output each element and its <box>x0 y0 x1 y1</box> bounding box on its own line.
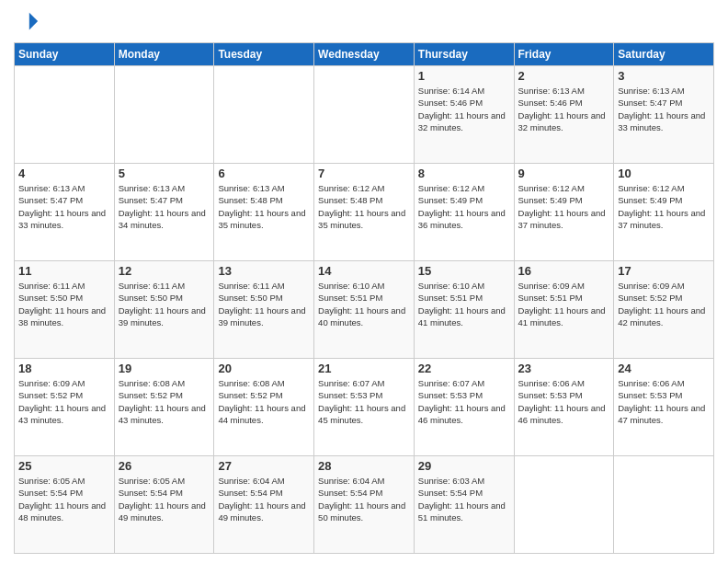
logo <box>14 9 43 35</box>
day-info: Sunrise: 6:07 AMSunset: 5:53 PMDaylight:… <box>418 377 510 426</box>
day-info: Sunrise: 6:05 AMSunset: 5:54 PMDaylight:… <box>119 475 210 523</box>
calendar-cell: 18Sunrise: 6:09 AMSunset: 5:52 PMDayligh… <box>15 359 115 456</box>
calendar-cell <box>214 66 314 164</box>
day-number: 12 <box>119 264 210 278</box>
day-info: Sunrise: 6:09 AMSunset: 5:52 PMDaylight:… <box>18 377 110 426</box>
week-row-3: 11Sunrise: 6:11 AMSunset: 5:50 PMDayligh… <box>15 261 714 359</box>
calendar-cell: 12Sunrise: 6:11 AMSunset: 5:50 PMDayligh… <box>114 261 214 359</box>
day-info: Sunrise: 6:12 AMSunset: 5:48 PMDaylight:… <box>318 182 410 231</box>
day-info: Sunrise: 6:08 AMSunset: 5:52 PMDaylight:… <box>218 377 310 426</box>
day-number: 8 <box>418 167 510 180</box>
day-info: Sunrise: 6:12 AMSunset: 5:49 PMDaylight:… <box>418 182 510 231</box>
day-info: Sunrise: 6:11 AMSunset: 5:50 PMDaylight:… <box>18 280 110 328</box>
weekday-header-wednesday: Wednesday <box>314 43 415 66</box>
calendar-cell: 23Sunrise: 6:06 AMSunset: 5:53 PMDayligh… <box>514 359 614 456</box>
calendar-cell: 17Sunrise: 6:09 AMSunset: 5:52 PMDayligh… <box>614 261 714 359</box>
day-number: 6 <box>218 167 310 180</box>
day-info: Sunrise: 6:13 AMSunset: 5:48 PMDaylight:… <box>218 182 310 231</box>
calendar-cell: 8Sunrise: 6:12 AMSunset: 5:49 PMDaylight… <box>414 164 514 261</box>
day-number: 3 <box>618 69 710 83</box>
calendar-cell: 21Sunrise: 6:07 AMSunset: 5:53 PMDayligh… <box>314 359 415 456</box>
calendar-cell: 22Sunrise: 6:07 AMSunset: 5:53 PMDayligh… <box>414 359 514 456</box>
calendar-table: SundayMondayTuesdayWednesdayThursdayFrid… <box>14 42 714 554</box>
calendar-cell: 29Sunrise: 6:03 AMSunset: 5:54 PMDayligh… <box>414 456 514 554</box>
day-number: 23 <box>518 362 610 375</box>
calendar-cell: 4Sunrise: 6:13 AMSunset: 5:47 PMDaylight… <box>15 164 115 261</box>
calendar-cell: 20Sunrise: 6:08 AMSunset: 5:52 PMDayligh… <box>214 359 314 456</box>
day-number: 28 <box>318 459 410 473</box>
calendar-cell <box>614 456 714 554</box>
day-number: 20 <box>218 362 310 375</box>
calendar-cell: 13Sunrise: 6:11 AMSunset: 5:50 PMDayligh… <box>214 261 314 359</box>
day-info: Sunrise: 6:10 AMSunset: 5:51 PMDaylight:… <box>418 280 510 328</box>
calendar-cell: 11Sunrise: 6:11 AMSunset: 5:50 PMDayligh… <box>15 261 115 359</box>
day-number: 7 <box>318 167 410 180</box>
day-info: Sunrise: 6:13 AMSunset: 5:47 PMDaylight:… <box>618 85 710 133</box>
calendar-cell <box>514 456 614 554</box>
day-number: 19 <box>119 362 210 375</box>
day-info: Sunrise: 6:13 AMSunset: 5:47 PMDaylight:… <box>119 182 210 231</box>
day-number: 11 <box>18 264 110 278</box>
day-info: Sunrise: 6:11 AMSunset: 5:50 PMDaylight:… <box>119 280 210 328</box>
day-number: 14 <box>318 264 410 278</box>
day-info: Sunrise: 6:06 AMSunset: 5:53 PMDaylight:… <box>518 377 610 426</box>
page: SundayMondayTuesdayWednesdayThursdayFrid… <box>0 0 728 563</box>
day-number: 5 <box>119 167 210 180</box>
day-info: Sunrise: 6:13 AMSunset: 5:46 PMDaylight:… <box>518 85 610 133</box>
day-info: Sunrise: 6:04 AMSunset: 5:54 PMDaylight:… <box>218 475 310 523</box>
day-info: Sunrise: 6:05 AMSunset: 5:54 PMDaylight:… <box>18 475 110 523</box>
day-number: 18 <box>18 362 110 375</box>
calendar-cell: 9Sunrise: 6:12 AMSunset: 5:49 PMDaylight… <box>514 164 614 261</box>
day-info: Sunrise: 6:12 AMSunset: 5:49 PMDaylight:… <box>518 182 610 231</box>
calendar-cell: 16Sunrise: 6:09 AMSunset: 5:51 PMDayligh… <box>514 261 614 359</box>
day-number: 29 <box>418 459 510 473</box>
calendar-cell: 5Sunrise: 6:13 AMSunset: 5:47 PMDaylight… <box>114 164 214 261</box>
header <box>14 9 714 35</box>
day-info: Sunrise: 6:12 AMSunset: 5:49 PMDaylight:… <box>618 182 710 231</box>
svg-marker-0 <box>29 13 38 30</box>
weekday-header-thursday: Thursday <box>414 43 514 66</box>
day-info: Sunrise: 6:03 AMSunset: 5:54 PMDaylight:… <box>418 475 510 523</box>
day-info: Sunrise: 6:09 AMSunset: 5:52 PMDaylight:… <box>618 280 710 328</box>
day-number: 4 <box>18 167 110 180</box>
weekday-header-row: SundayMondayTuesdayWednesdayThursdayFrid… <box>15 43 714 66</box>
day-number: 2 <box>518 69 610 83</box>
day-number: 24 <box>618 362 710 375</box>
logo-icon <box>14 9 40 35</box>
day-number: 22 <box>418 362 510 375</box>
weekday-header-sunday: Sunday <box>15 43 115 66</box>
day-number: 13 <box>218 264 310 278</box>
calendar-cell: 26Sunrise: 6:05 AMSunset: 5:54 PMDayligh… <box>114 456 214 554</box>
weekday-header-saturday: Saturday <box>614 43 714 66</box>
calendar-cell <box>314 66 415 164</box>
day-number: 26 <box>119 459 210 473</box>
weekday-header-tuesday: Tuesday <box>214 43 314 66</box>
day-info: Sunrise: 6:13 AMSunset: 5:47 PMDaylight:… <box>18 182 110 231</box>
day-info: Sunrise: 6:14 AMSunset: 5:46 PMDaylight:… <box>418 85 510 133</box>
week-row-5: 25Sunrise: 6:05 AMSunset: 5:54 PMDayligh… <box>15 456 714 554</box>
day-info: Sunrise: 6:09 AMSunset: 5:51 PMDaylight:… <box>518 280 610 328</box>
calendar-cell: 24Sunrise: 6:06 AMSunset: 5:53 PMDayligh… <box>614 359 714 456</box>
day-info: Sunrise: 6:06 AMSunset: 5:53 PMDaylight:… <box>618 377 710 426</box>
calendar-cell: 28Sunrise: 6:04 AMSunset: 5:54 PMDayligh… <box>314 456 415 554</box>
week-row-2: 4Sunrise: 6:13 AMSunset: 5:47 PMDaylight… <box>15 164 714 261</box>
day-info: Sunrise: 6:04 AMSunset: 5:54 PMDaylight:… <box>318 475 410 523</box>
week-row-1: 1Sunrise: 6:14 AMSunset: 5:46 PMDaylight… <box>15 66 714 164</box>
day-number: 21 <box>318 362 410 375</box>
weekday-header-friday: Friday <box>514 43 614 66</box>
calendar-cell: 14Sunrise: 6:10 AMSunset: 5:51 PMDayligh… <box>314 261 415 359</box>
calendar-cell: 27Sunrise: 6:04 AMSunset: 5:54 PMDayligh… <box>214 456 314 554</box>
calendar-cell: 2Sunrise: 6:13 AMSunset: 5:46 PMDaylight… <box>514 66 614 164</box>
day-number: 16 <box>518 264 610 278</box>
calendar-cell: 6Sunrise: 6:13 AMSunset: 5:48 PMDaylight… <box>214 164 314 261</box>
week-row-4: 18Sunrise: 6:09 AMSunset: 5:52 PMDayligh… <box>15 359 714 456</box>
day-number: 15 <box>418 264 510 278</box>
day-info: Sunrise: 6:11 AMSunset: 5:50 PMDaylight:… <box>218 280 310 328</box>
calendar-cell: 10Sunrise: 6:12 AMSunset: 5:49 PMDayligh… <box>614 164 714 261</box>
day-number: 1 <box>418 69 510 83</box>
day-number: 25 <box>18 459 110 473</box>
day-number: 9 <box>518 167 610 180</box>
weekday-header-monday: Monday <box>114 43 214 66</box>
calendar-cell: 7Sunrise: 6:12 AMSunset: 5:48 PMDaylight… <box>314 164 415 261</box>
day-number: 27 <box>218 459 310 473</box>
